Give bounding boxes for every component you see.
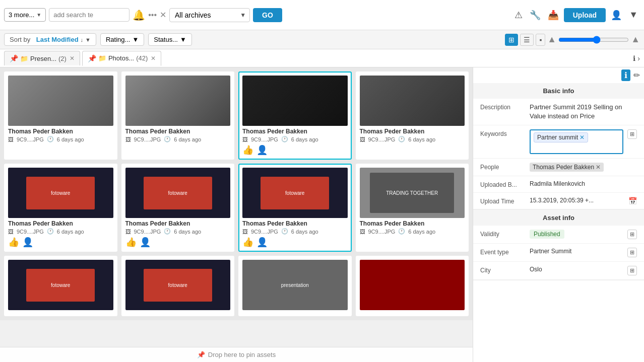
info-icon-button[interactable]: ℹ ›: [633, 54, 640, 62]
like-icon[interactable]: 👍: [242, 144, 253, 156]
zoom-down-icon[interactable]: ▲: [547, 34, 556, 45]
archive-selector-wrapper: All archives ▼: [169, 8, 250, 22]
asset-card[interactable]: fotoware Thomas Peder Bakken 🖼 9C9....JP…: [121, 164, 235, 252]
tab-close-icon[interactable]: ✕: [151, 55, 156, 62]
tab-close-icon[interactable]: ✕: [70, 55, 75, 62]
asset-thumbnail: [360, 76, 465, 126]
filename: 9C9....JPG: [17, 136, 44, 142]
clock-icon: 🕐: [47, 228, 54, 235]
user-menu-arrow[interactable]: ▼: [627, 8, 640, 22]
asset-grid: Thomas Peder Bakken 🖼 9C9....JPG 🕐 6 day…: [0, 67, 473, 320]
zoom-up-icon[interactable]: ▲: [631, 34, 640, 45]
asset-actions: 👍 👤: [8, 237, 113, 248]
notification-bell-icon[interactable]: 🔔: [133, 10, 145, 21]
sort-direction-icon: ↓: [81, 37, 84, 43]
calendar-icon[interactable]: 📅: [628, 197, 637, 205]
asset-card[interactable]: Thomas Peder Bakken 🖼 9C9....JPG 🕐 6 day…: [238, 71, 352, 160]
clear-search-icon[interactable]: ✕: [160, 10, 166, 20]
asset-info-title: Asset info: [473, 210, 644, 226]
asset-thumbnail: presentation: [242, 260, 348, 310]
pin-icon: 📌: [197, 351, 205, 358]
tab-presentations[interactable]: 📌 📁 Presen... (2) ✕: [4, 51, 80, 65]
clock-icon: 🕐: [398, 228, 405, 235]
asset-card[interactable]: TRADING TOGETHER Thomas Peder Bakken 🖼 9…: [356, 164, 469, 252]
asset-name: Thomas Peder Bakken: [242, 128, 348, 135]
validity-row: Validity Published ⊞: [473, 226, 644, 244]
upload-button[interactable]: Upload: [564, 8, 606, 22]
asset-card[interactable]: fotoware Thomas Peder Bakken 🖼 9C9....JP…: [238, 164, 352, 252]
remove-keyword-icon[interactable]: ✕: [579, 134, 585, 141]
info-panel-icon[interactable]: ℹ: [621, 69, 630, 81]
upload-time-label: Upload Time: [480, 197, 526, 205]
search-tags-button[interactable]: 3 more... ▼: [4, 8, 46, 22]
filename: 9C9....JPG: [251, 229, 278, 235]
merge-keywords-button[interactable]: ⊞: [627, 129, 637, 139]
rating-label: Rating...: [106, 36, 130, 43]
list-view-button[interactable]: ☰: [520, 34, 534, 46]
asset-card[interactable]: Thomas Peder Bakken 🖼 9C9....JPG 🕐 6 day…: [121, 71, 235, 160]
asset-thumbnail: [8, 76, 113, 126]
search-input[interactable]: [49, 8, 130, 22]
tab-count: (42): [136, 54, 148, 62]
asset-info: 🖼 9C9....JPG 🕐 6 days ago: [125, 136, 231, 142]
asset-info: 🖼 9C9....JPG 🕐 6 days ago: [242, 136, 348, 142]
asset-info: 🖼 9C9....JPG 🕐 6 days ago: [125, 228, 231, 235]
sort-button[interactable]: Sort by Last Modified ↓ ▼: [4, 33, 96, 46]
keywords-input-area[interactable]: Partner summit ✕: [530, 129, 623, 154]
status-filter-button[interactable]: Status... ▼: [148, 33, 192, 46]
rating-filter-button[interactable]: Rating... ▼: [100, 33, 144, 46]
large-view-button[interactable]: ▪: [536, 34, 545, 46]
people-label: People: [480, 163, 526, 171]
person-icon[interactable]: 👤: [256, 144, 268, 156]
grid-view-button[interactable]: ⊞: [505, 34, 518, 46]
person-icon[interactable]: 👤: [22, 237, 33, 248]
wrench-icon[interactable]: 🔧: [528, 8, 543, 23]
zoom-slider[interactable]: [558, 36, 629, 44]
merge-city-button[interactable]: ⊞: [627, 266, 637, 275]
asset-card[interactable]: fotoware: [121, 256, 235, 316]
asset-name: Thomas Peder Bakken: [360, 220, 465, 227]
person-icon[interactable]: 👤: [140, 237, 151, 248]
filename: 9C9....JPG: [368, 229, 396, 235]
inbox-icon[interactable]: 📥: [546, 8, 561, 23]
asset-info-section: Asset info Validity Published ⊞ Event ty…: [473, 210, 644, 280]
asset-card[interactable]: fotoware Thomas Peder Bakken 🖼 9C9....JP…: [4, 164, 117, 252]
city-value: Oslo: [530, 266, 623, 273]
asset-card[interactable]: fotoware: [4, 256, 117, 316]
merge-event-button[interactable]: ⊞: [627, 248, 637, 257]
like-icon[interactable]: 👍: [242, 237, 253, 248]
asset-card[interactable]: Thomas Peder Bakken 🖼 9C9....JPG 🕐 6 day…: [356, 71, 469, 160]
asset-thumbnail: fotoware: [125, 260, 231, 310]
city-label: City: [480, 266, 526, 274]
tab-count: (2): [58, 55, 67, 62]
sort-prefix: Sort by: [10, 36, 30, 43]
asset-info: 🖼 9C9....JPG 🕐 6 days ago: [360, 228, 465, 235]
like-icon[interactable]: 👍: [8, 237, 19, 248]
image-icon: 🖼: [242, 229, 248, 235]
edit-panel-icon[interactable]: ✏: [633, 69, 640, 81]
validity-badge: Published: [530, 230, 564, 239]
asset-info: 🖼 9C9....JPG 🕐 6 days ago: [360, 136, 465, 142]
keyword-input-field[interactable]: [534, 144, 619, 151]
asset-card[interactable]: [356, 256, 469, 316]
merge-validity-button[interactable]: ⊞: [627, 230, 637, 239]
asset-thumbnail: fotoware: [8, 260, 113, 310]
basic-info-section: Basic info Description Partner Summit 20…: [473, 83, 644, 210]
asset-card[interactable]: Thomas Peder Bakken 🖼 9C9....JPG 🕐 6 day…: [4, 71, 117, 160]
alert-icon[interactable]: ⚠: [512, 8, 525, 23]
grid-wrapper: Thomas Peder Bakken 🖼 9C9....JPG 🕐 6 day…: [0, 67, 473, 362]
remove-person-icon[interactable]: ✕: [596, 164, 601, 171]
archive-select[interactable]: All archives: [169, 8, 250, 22]
asset-card[interactable]: presentation: [238, 256, 352, 316]
validity-label: Validity: [480, 230, 526, 238]
go-button[interactable]: GO: [253, 8, 282, 22]
tab-photos[interactable]: 📌 📁 Photos... (42) ✕: [82, 51, 161, 66]
time-ago: 6 days ago: [174, 136, 201, 142]
more-options-icon[interactable]: •••: [148, 11, 157, 20]
people-row: People Thomas Peder Bakken ✕: [473, 159, 644, 176]
user-avatar[interactable]: 👤: [609, 8, 624, 23]
person-icon[interactable]: 👤: [256, 237, 268, 248]
clock-icon: 🕐: [281, 136, 288, 142]
like-icon[interactable]: 👍: [125, 237, 137, 248]
clock-icon: 🕐: [281, 228, 288, 235]
